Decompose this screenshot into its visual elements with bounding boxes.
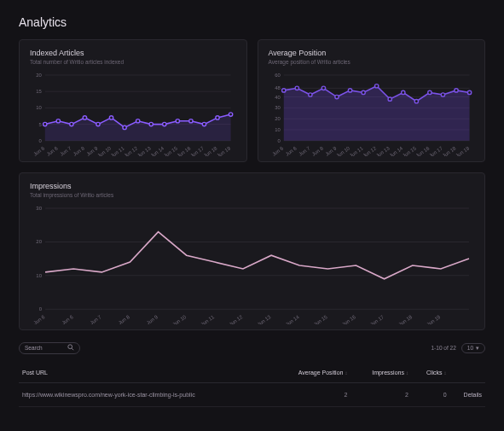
svg-point-73 xyxy=(334,95,338,98)
svg-point-82 xyxy=(454,89,457,92)
pager-range: 1-10 of 22 xyxy=(431,345,455,351)
impressions-subtitle: Total impressions of Writio articles xyxy=(30,192,474,198)
svg-text:Jun 19: Jun 19 xyxy=(216,146,231,156)
svg-point-69 xyxy=(281,89,285,92)
card-indexed-articles: Indexed Articles Total number of Writio … xyxy=(19,39,247,162)
svg-point-30 xyxy=(109,116,113,119)
svg-text:Jun 6: Jun 6 xyxy=(32,145,46,155)
svg-text:48: 48 xyxy=(275,85,281,90)
svg-text:30: 30 xyxy=(275,105,281,110)
sort-icon: ↕ xyxy=(444,370,447,376)
svg-text:Jun 11: Jun 11 xyxy=(200,313,216,323)
svg-text:Jun 10: Jun 10 xyxy=(171,313,188,323)
svg-point-31 xyxy=(123,125,126,129)
svg-text:Jun 19: Jun 19 xyxy=(426,313,442,323)
svg-text:Jun 6: Jun 6 xyxy=(284,145,298,155)
page-title: Analytics xyxy=(19,15,485,29)
svg-text:Jun 18: Jun 18 xyxy=(397,313,414,323)
svg-text:Jun 13: Jun 13 xyxy=(256,313,272,323)
table-row: https://www.wikinewspro.com/new-york-ice… xyxy=(19,382,485,406)
svg-point-39 xyxy=(229,113,232,116)
svg-point-81 xyxy=(441,93,444,96)
cell-url[interactable]: https://www.wikinewspro.com/new-york-ice… xyxy=(19,382,272,406)
svg-point-107 xyxy=(68,345,72,349)
svg-text:Jun 8: Jun 8 xyxy=(310,145,324,155)
svg-text:Jun 12: Jun 12 xyxy=(228,313,244,323)
impressions-title: Impressions xyxy=(30,182,474,190)
svg-text:Jun 16: Jun 16 xyxy=(341,313,357,323)
svg-point-27 xyxy=(70,122,73,125)
avgpos-subtitle: Average position of Writio articles xyxy=(269,59,475,65)
svg-point-33 xyxy=(149,122,153,125)
card-impressions: Impressions Total impressions of Writio … xyxy=(19,172,485,330)
svg-text:10: 10 xyxy=(36,105,42,110)
svg-text:Jun 7: Jun 7 xyxy=(59,146,72,156)
svg-text:10: 10 xyxy=(36,272,42,277)
svg-text:30: 30 xyxy=(36,206,42,211)
svg-text:0: 0 xyxy=(277,138,281,143)
svg-point-28 xyxy=(83,116,86,119)
svg-point-36 xyxy=(189,119,193,123)
svg-text:5: 5 xyxy=(39,122,43,127)
search-placeholder: Search xyxy=(25,345,43,351)
svg-text:Jun 7: Jun 7 xyxy=(298,146,310,156)
svg-text:40: 40 xyxy=(275,95,281,100)
chevron-down-icon: ▾ xyxy=(476,345,479,352)
svg-point-79 xyxy=(414,100,418,103)
svg-text:0: 0 xyxy=(39,138,43,143)
col-impressions[interactable]: Impressions↕ xyxy=(350,363,411,383)
cell-impr: 2 xyxy=(350,382,411,406)
cell-clicks: 0 xyxy=(412,382,450,406)
per-page-value: 10 xyxy=(467,345,473,351)
svg-text:60: 60 xyxy=(275,73,281,78)
svg-text:Jun 15: Jun 15 xyxy=(313,313,329,323)
svg-point-25 xyxy=(43,122,47,125)
svg-text:Jun 8: Jun 8 xyxy=(118,313,131,323)
svg-text:Jun 6: Jun 6 xyxy=(61,313,74,323)
col-post-url[interactable]: Post URL xyxy=(19,363,272,383)
svg-text:Jun 8: Jun 8 xyxy=(72,145,86,155)
svg-point-76 xyxy=(374,84,378,88)
svg-point-34 xyxy=(163,122,166,125)
svg-point-26 xyxy=(56,119,60,123)
per-page-select[interactable]: 10 ▾ xyxy=(461,343,485,353)
search-input[interactable]: Search xyxy=(19,342,80,354)
svg-text:0: 0 xyxy=(39,306,43,312)
svg-text:15: 15 xyxy=(36,89,42,94)
sort-icon: ↕ xyxy=(406,370,408,376)
svg-point-38 xyxy=(216,116,219,119)
card-average-position: Average Position Average position of Wri… xyxy=(258,39,486,162)
indexed-title: Indexed Articles xyxy=(30,49,236,57)
col-clicks[interactable]: Clicks↕ xyxy=(412,363,450,383)
svg-text:Jun 6: Jun 6 xyxy=(32,313,46,323)
svg-text:Jun 9: Jun 9 xyxy=(146,313,159,323)
sort-icon: ↕ xyxy=(345,370,347,376)
svg-point-75 xyxy=(361,90,364,94)
col-actions xyxy=(450,363,485,383)
details-link[interactable]: Details xyxy=(450,382,485,406)
search-icon xyxy=(67,344,74,352)
svg-point-80 xyxy=(427,90,431,94)
svg-text:20: 20 xyxy=(36,239,42,244)
indexed-subtitle: Total number of Writio articles indexed xyxy=(30,59,236,65)
svg-point-83 xyxy=(467,90,471,94)
svg-text:20: 20 xyxy=(275,116,281,121)
svg-text:Jun 14: Jun 14 xyxy=(285,313,301,323)
svg-line-108 xyxy=(72,349,73,351)
svg-text:Jun 7: Jun 7 xyxy=(89,313,102,323)
svg-point-77 xyxy=(388,97,391,101)
svg-point-71 xyxy=(308,93,311,96)
svg-text:10: 10 xyxy=(275,127,281,132)
svg-point-70 xyxy=(295,86,298,90)
svg-text:Jun 17: Jun 17 xyxy=(369,313,385,323)
svg-point-74 xyxy=(348,89,351,92)
cell-avg: 2 xyxy=(272,382,351,406)
avgpos-title: Average Position xyxy=(269,49,475,57)
svg-text:Jun 19: Jun 19 xyxy=(455,146,470,156)
svg-point-37 xyxy=(202,122,206,125)
svg-point-72 xyxy=(322,86,325,90)
svg-text:20: 20 xyxy=(36,73,42,78)
svg-text:Jun 6: Jun 6 xyxy=(271,145,285,155)
col-avg-position[interactable]: Average Position↕ xyxy=(272,363,351,383)
posts-table: Post URL Average Position↕ Impressions↕ … xyxy=(19,363,485,407)
